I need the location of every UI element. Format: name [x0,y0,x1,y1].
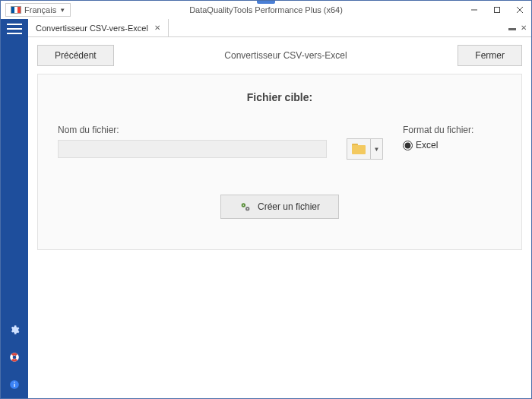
gears-icon [239,201,252,213]
actionbar: Précédent Convertisseur CSV-vers-Excel F… [28,37,531,74]
tab-close-all-icon[interactable]: ✕ [521,24,527,32]
lifebuoy-icon [9,352,20,363]
app-title: DataQualityTools Performance Plus (x64) [189,5,343,14]
format-radio-excel-label: Excel [416,140,438,150]
form-row: Nom du fichier: ▼ Format du fichier: [58,125,502,160]
sidebar [1,19,28,398]
svg-rect-1 [495,8,500,13]
svg-point-5 [13,356,17,359]
settings-button[interactable] [7,322,22,337]
help-button[interactable] [7,350,22,365]
tab-label: Convertisseur CSV-vers-Excel [36,24,148,33]
svg-point-10 [242,204,244,206]
filename-block: Nom du fichier: [58,125,327,158]
window-controls [463,1,531,19]
app-window: Français ▼ DataQualityTools Performance … [0,0,532,399]
titlebar: Français ▼ DataQualityTools Performance … [1,1,531,19]
title-accent [257,1,275,4]
tabstrip: Convertisseur CSV-vers-Excel ✕ ▬ ✕ [28,19,531,37]
body: Convertisseur CSV-vers-Excel ✕ ▬ ✕ Précé… [1,19,531,398]
tab-csv-to-excel[interactable]: Convertisseur CSV-vers-Excel ✕ [28,19,169,36]
panel-title: Fichier cible: [58,91,502,103]
flag-france-icon [11,6,21,14]
menu-toggle-button[interactable] [7,24,22,34]
svg-rect-7 [14,384,14,387]
format-option-excel[interactable]: Excel [403,140,502,150]
browse-button[interactable] [347,138,371,160]
filename-input[interactable] [58,140,327,158]
close-button[interactable]: Fermer [458,45,522,66]
gear-icon [9,325,20,335]
svg-rect-8 [14,382,14,383]
minimize-button[interactable] [463,1,486,19]
target-file-panel: Fichier cible: Nom du fichier: ▼ Format … [37,74,522,250]
format-label: Format du fichier: [403,125,502,135]
create-row: Créer un fichier [58,195,502,219]
tab-tools: ▬ ✕ [504,19,531,36]
chevron-down-icon: ▼ [59,7,65,14]
filename-label: Nom du fichier: [58,125,327,135]
format-block: Format du fichier: Excel [403,125,502,150]
svg-point-12 [247,208,249,210]
format-radio-excel[interactable] [403,141,413,150]
tab-minimize-icon[interactable]: ▬ [508,24,516,32]
browse-group: ▼ [347,138,383,160]
language-selector[interactable]: Français ▼ [5,3,71,17]
breadcrumb: Convertisseur CSV-vers-Excel [224,50,347,61]
content: Convertisseur CSV-vers-Excel ✕ ▬ ✕ Précé… [28,19,531,398]
close-window-button[interactable] [508,1,531,19]
maximize-button[interactable] [486,1,508,19]
create-file-button[interactable]: Créer un fichier [220,195,339,219]
info-button[interactable] [7,377,22,392]
browse-dropdown-button[interactable]: ▼ [371,138,383,160]
tab-close-button[interactable]: ✕ [154,24,160,32]
back-button[interactable]: Précédent [37,45,114,66]
folder-icon [352,144,366,154]
create-file-label: Créer un fichier [258,201,320,212]
language-label: Français [24,5,56,14]
info-icon [9,379,20,390]
